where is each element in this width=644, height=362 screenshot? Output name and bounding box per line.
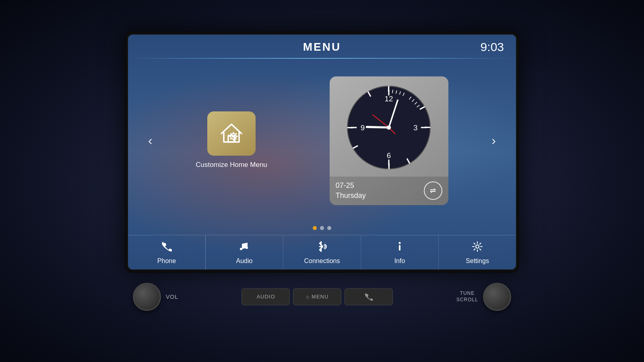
clock-swap-button[interactable]: ⇌ bbox=[424, 181, 442, 200]
screen-bezel: MENU 9:03 ‹ bbox=[125, 31, 519, 273]
info-icon bbox=[395, 241, 405, 255]
svg-point-41 bbox=[240, 248, 242, 250]
svg-rect-46 bbox=[399, 245, 400, 251]
page-dot-2[interactable] bbox=[320, 226, 324, 230]
swap-icon: ⇌ bbox=[430, 186, 436, 195]
nav-item-connections[interactable]: Connections bbox=[283, 235, 361, 269]
clock-widget[interactable]: 12 3 6 9 bbox=[330, 76, 448, 205]
audio-icon bbox=[239, 241, 250, 255]
svg-text:3: 3 bbox=[413, 123, 418, 132]
screen: MENU 9:03 ‹ bbox=[128, 35, 516, 269]
phone-hw-button[interactable] bbox=[345, 288, 393, 305]
header: MENU 9:03 bbox=[128, 35, 516, 58]
menu-title: MENU bbox=[172, 41, 472, 53]
svg-point-42 bbox=[246, 247, 248, 249]
menu-button[interactable]: ⌂ MENU bbox=[293, 288, 341, 305]
svg-point-2 bbox=[232, 135, 235, 138]
nav-item-audio[interactable]: Audio bbox=[206, 235, 283, 269]
svg-line-7 bbox=[231, 134, 231, 134]
tune-scroll-label: TUNESCROLL bbox=[456, 290, 478, 303]
bottom-nav: Phone Audio bbox=[128, 235, 516, 269]
svg-text:12: 12 bbox=[385, 95, 393, 103]
connections-label: Connections bbox=[304, 257, 340, 265]
page-dot-3[interactable] bbox=[327, 226, 331, 230]
car-frame: MENU 9:03 ‹ bbox=[0, 0, 644, 362]
svg-line-10 bbox=[231, 138, 231, 139]
svg-line-9 bbox=[235, 134, 236, 134]
customize-home-menu-widget[interactable]: Customize Home Menu bbox=[196, 111, 267, 169]
nav-item-settings[interactable]: Settings bbox=[439, 235, 516, 269]
clock-face-container: 12 3 6 9 bbox=[330, 76, 448, 177]
settings-icon bbox=[472, 241, 483, 255]
phone-label: Phone bbox=[157, 257, 176, 265]
customize-label: Customize Home Menu bbox=[196, 160, 267, 169]
svg-text:6: 6 bbox=[387, 151, 391, 159]
nav-item-info[interactable]: Info bbox=[361, 235, 439, 269]
analog-clock: 12 3 6 9 bbox=[347, 85, 431, 170]
page-dot-1[interactable] bbox=[313, 226, 317, 230]
info-label: Info bbox=[394, 257, 405, 265]
svg-text:9: 9 bbox=[361, 123, 365, 132]
svg-point-47 bbox=[476, 245, 479, 248]
svg-line-36 bbox=[367, 127, 389, 127]
nav-item-phone[interactable]: Phone bbox=[128, 235, 206, 269]
svg-point-40 bbox=[387, 125, 391, 130]
audio-button[interactable]: AUDIO bbox=[242, 288, 290, 305]
vol-label: VOL bbox=[166, 294, 178, 300]
bottom-buttons: AUDIO ⌂ MENU bbox=[242, 288, 393, 305]
audio-label: Audio bbox=[236, 257, 253, 265]
connections-icon bbox=[316, 241, 328, 255]
customize-icon-box bbox=[207, 111, 256, 156]
svg-line-24 bbox=[392, 90, 393, 93]
phone-icon bbox=[161, 241, 172, 255]
main-content: ‹ bbox=[128, 59, 516, 223]
tune-scroll-knob[interactable] bbox=[483, 283, 511, 311]
svg-point-45 bbox=[399, 242, 401, 244]
customize-icon bbox=[217, 119, 246, 148]
content-area: Customize Home Menu bbox=[157, 76, 488, 205]
clock-time: 9:03 bbox=[472, 40, 504, 54]
clock-date: 07-25 Thursday bbox=[336, 181, 366, 201]
next-arrow[interactable]: › bbox=[487, 129, 500, 152]
phone-hw-icon bbox=[364, 292, 373, 301]
page-dots bbox=[128, 223, 516, 235]
clock-date-bar: 07-25 Thursday ⇌ bbox=[330, 177, 448, 205]
volume-knob[interactable] bbox=[133, 283, 161, 311]
bottom-controls: VOL AUDIO ⌂ MENU TUNESCROLL bbox=[125, 277, 519, 311]
svg-line-8 bbox=[235, 138, 236, 139]
prev-arrow[interactable]: ‹ bbox=[144, 129, 157, 152]
settings-label: Settings bbox=[466, 257, 489, 265]
